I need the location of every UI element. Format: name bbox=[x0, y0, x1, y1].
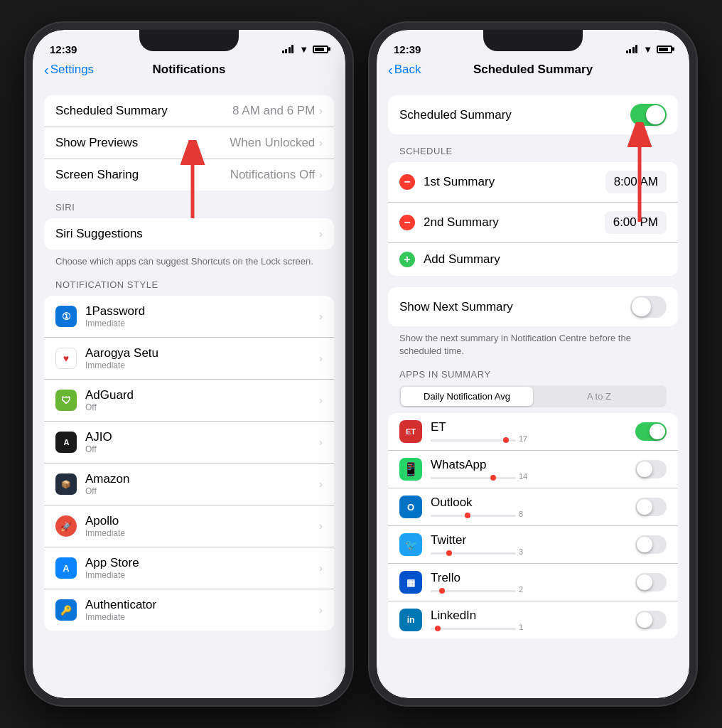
chevron-1password: › bbox=[319, 311, 323, 322]
phone-2: 12:39 ▼ ‹ Back Scheduled bbox=[370, 23, 696, 705]
chevron-scheduled: › bbox=[319, 105, 323, 117]
add-summary-item[interactable]: + Add Summary bbox=[388, 243, 678, 276]
chevron-amazon: › bbox=[319, 478, 323, 490]
trello-toggle[interactable] bbox=[635, 573, 667, 592]
app-icon-trello: ▦ bbox=[399, 571, 422, 594]
apps-in-summary-section: APPS IN SUMMARY Daily Notification Avg A… bbox=[388, 369, 678, 638]
app-summary-item-trello[interactable]: ▦ Trello 2 bbox=[388, 564, 678, 601]
notch bbox=[139, 30, 239, 51]
signal-icon-2 bbox=[626, 45, 638, 53]
chevron-screen-sharing: › bbox=[319, 169, 323, 181]
back-label-2: Back bbox=[394, 63, 421, 77]
list-item[interactable]: 🔑 Authenticator Immediate › bbox=[44, 589, 334, 631]
scheduled-summary-item[interactable]: Scheduled Summary 8 AM and 6 PM › bbox=[44, 95, 334, 127]
sort-tabs: Daily Notification Avg A to Z bbox=[399, 385, 667, 407]
list-item[interactable]: A AJIO Off › bbox=[44, 422, 334, 464]
show-next-description: Show the next summary in Notification Ce… bbox=[388, 326, 678, 358]
signal-icon-1 bbox=[282, 45, 294, 53]
sort-tab-avg[interactable]: Daily Notification Avg bbox=[401, 387, 533, 406]
back-button-1[interactable]: ‹ Settings bbox=[44, 63, 94, 77]
list-item[interactable]: 🛡 AdGuard Off › bbox=[44, 380, 334, 422]
battery-icon-1 bbox=[313, 46, 328, 53]
app-summary-item-linkedin[interactable]: in LinkedIn 1 bbox=[388, 601, 678, 638]
apps-list: ① 1Password Immediate › bbox=[44, 296, 334, 631]
linkedin-toggle[interactable] bbox=[635, 611, 667, 629]
list-item[interactable]: A App Store Immediate › bbox=[44, 547, 334, 589]
wifi-icon-1: ▼ bbox=[299, 44, 308, 55]
notch-2 bbox=[483, 30, 583, 51]
et-toggle[interactable] bbox=[635, 422, 667, 441]
chevron-ajio: › bbox=[319, 437, 323, 448]
chevron-adguard: › bbox=[319, 395, 323, 406]
siri-description: Choose which apps can suggest Shortcuts … bbox=[44, 250, 334, 268]
app-icon-outlook: O bbox=[399, 496, 422, 518]
app-summary-item-whatsapp[interactable]: 📱 WhatsApp 14 bbox=[388, 451, 678, 488]
app-icon-aarogya: ♥ bbox=[55, 348, 77, 369]
app-icon-1password: ① bbox=[55, 306, 77, 327]
status-time-2: 12:39 bbox=[394, 43, 421, 55]
red-arrow-1 bbox=[175, 140, 210, 225]
back-label-1: Settings bbox=[50, 63, 94, 77]
chevron-siri: › bbox=[319, 228, 323, 240]
phone-1: 12:39 ▼ ‹ Settings Notifi bbox=[26, 23, 352, 705]
back-chevron-2: ‹ bbox=[388, 63, 393, 77]
chevron-appstore: › bbox=[319, 562, 323, 574]
list-item[interactable]: 📦 Amazon Off › bbox=[44, 464, 334, 505]
list-item[interactable]: ♥ Aarogya Setu Immediate › bbox=[44, 338, 334, 380]
notification-style-section: NOTIFICATION STYLE ① 1Password Immediate bbox=[44, 279, 334, 631]
wifi-icon-2: ▼ bbox=[643, 44, 652, 55]
sort-tab-atoz[interactable]: A to Z bbox=[533, 387, 665, 406]
app-icon-authenticator: 🔑 bbox=[55, 599, 77, 621]
app-summary-item-twitter[interactable]: 🐦 Twitter 3 bbox=[388, 526, 678, 564]
app-icon-whatsapp: 📱 bbox=[399, 458, 422, 481]
app-summary-item-et[interactable]: ET ET 17 bbox=[388, 413, 678, 451]
page-title-1: Notifications bbox=[153, 63, 226, 77]
back-button-2[interactable]: ‹ Back bbox=[388, 63, 421, 77]
back-chevron-1: ‹ bbox=[44, 63, 49, 77]
app-icon-linkedin: in bbox=[399, 609, 422, 631]
app-icon-amazon: 📦 bbox=[55, 473, 77, 495]
chevron-aarogya: › bbox=[319, 353, 323, 364]
page-title-2: Scheduled Summary bbox=[473, 63, 593, 77]
battery-icon-2 bbox=[657, 46, 672, 53]
list-item[interactable]: 🚀 Apollo Immediate › bbox=[44, 505, 334, 547]
app-icon-appstore: A bbox=[55, 557, 77, 579]
list-item[interactable]: ① 1Password Immediate › bbox=[44, 296, 334, 338]
notification-style-header: NOTIFICATION STYLE bbox=[44, 279, 334, 290]
show-next-toggle[interactable] bbox=[630, 296, 667, 318]
app-icon-apollo: 🚀 bbox=[55, 515, 77, 537]
whatsapp-toggle[interactable] bbox=[635, 460, 667, 478]
app-summary-item-outlook[interactable]: O Outlook 8 bbox=[388, 488, 678, 526]
add-summary-btn[interactable]: + bbox=[399, 252, 415, 267]
app-icon-et: ET bbox=[399, 420, 422, 443]
app-icon-adguard: 🛡 bbox=[55, 390, 77, 411]
outlook-toggle[interactable] bbox=[635, 498, 667, 516]
apps-summary-header: APPS IN SUMMARY bbox=[388, 369, 678, 380]
show-next-section: Show Next Summary Show the next summary … bbox=[388, 287, 678, 358]
red-arrow-2 bbox=[618, 122, 661, 232]
remove-1st-summary-btn[interactable]: − bbox=[399, 174, 415, 190]
status-time-1: 12:39 bbox=[50, 43, 77, 55]
twitter-toggle[interactable] bbox=[635, 535, 667, 554]
chevron-previews: › bbox=[319, 137, 323, 149]
app-icon-ajio: A bbox=[55, 432, 77, 453]
remove-2nd-summary-btn[interactable]: − bbox=[399, 215, 415, 230]
show-next-summary-item[interactable]: Show Next Summary bbox=[388, 287, 678, 326]
app-icon-twitter: 🐦 bbox=[399, 533, 422, 556]
apps-summary-list: ET ET 17 bbox=[388, 413, 678, 638]
chevron-authenticator: › bbox=[319, 604, 323, 616]
chevron-apollo: › bbox=[319, 520, 323, 532]
